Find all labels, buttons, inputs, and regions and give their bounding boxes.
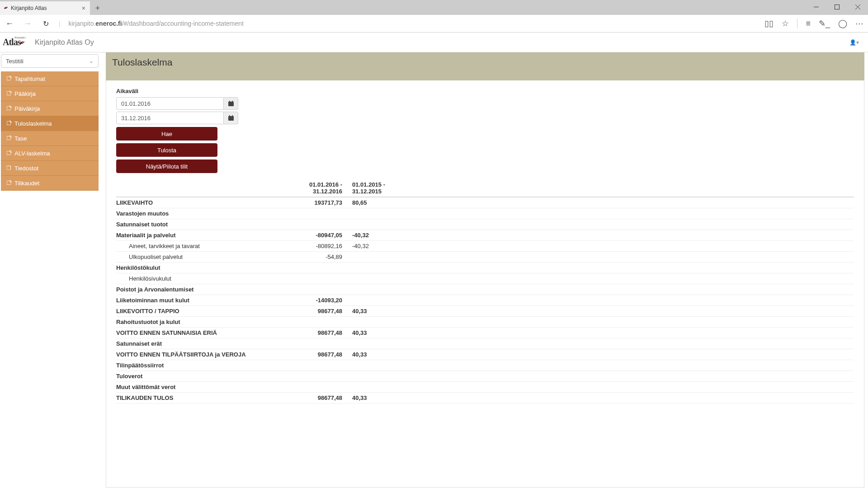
table-row: Tuloverot [116,371,854,382]
sidebar-item-tiedostot[interactable]: ❐Tiedostot [1,161,99,176]
row-value-1: -54,89 [287,253,352,260]
row-label: Muut välittömät verot [116,384,287,390]
income-statement-table: 01.01.2016 - 31.12.2016 01.01.2015 - 31.… [116,179,854,404]
row-label: Varastojen muutos [116,210,287,217]
sidebar-item-tapahtumat[interactable]: ☐✎Tapahtumat [1,71,99,86]
table-row: Materiaalit ja palvelut-80947,05-40,32 [116,230,854,241]
svg-rect-7 [232,101,233,102]
browser-tab[interactable]: ✒ Kirjanpito Atlas × [0,1,90,15]
calendar-from-button[interactable] [224,97,238,110]
edit-icon: ☐✎ [6,120,12,127]
sidebar-item-tase[interactable]: ☐✎Tase [1,131,99,146]
address-bar[interactable]: kirjanpito.eneroc.fi/#/dashboard/account… [68,20,756,27]
table-row: Varastojen muutos [116,208,854,219]
row-value-1: -80947,05 [287,232,352,239]
row-value-2: 40,33 [352,329,415,336]
table-row: Ulkopuoliset palvelut-54,89 [116,252,854,263]
row-label: Satunnaiset tuotot [116,221,287,228]
more-icon[interactable]: ⋯ [855,19,863,28]
table-row: Henkilösivukulut [116,273,854,284]
row-label: Ulkopuoliset palvelut [116,253,287,260]
row-label: Henkilösivukulut [116,275,287,282]
sidebar-item-label: Tapahtumat [14,75,45,82]
row-label: Tuloverot [116,373,287,380]
svg-rect-1 [835,5,839,9]
new-tab-button[interactable]: + [90,1,105,15]
row-value-1: 193717,73 [287,199,352,206]
row-label: TILIKAUDEN TULOS [116,394,287,401]
tab-title: Kirjanpito Atlas [11,5,47,11]
copy-icon: ❐ [6,165,12,171]
refresh-button[interactable]: ↻ [41,19,51,28]
sidebar-item-pääkirja[interactable]: ☐✎Pääkirja [1,86,99,101]
favorites-icon[interactable]: ☆ [782,19,789,28]
date-to-input[interactable] [116,112,224,124]
svg-rect-11 [232,115,233,117]
sidebar-item-päiväkirja[interactable]: ☐✎Päiväkirja [1,101,99,116]
row-value-1: 98677,48 [287,329,352,336]
logo[interactable]: Kirjanpito Atlas✒ [3,37,31,47]
table-row: Satunnaiset tuotot [116,219,854,230]
maximize-button[interactable] [826,0,847,14]
account-select[interactable]: Testitili ⌄ [1,54,99,68]
sidebar-item-alv-laskelma[interactable]: ☐✎ALV-laskelma [1,146,99,161]
company-name: Kirjanpito Atlas Oy [35,38,94,47]
search-button[interactable]: Hae [116,127,217,141]
edit-icon: ☐✎ [6,135,12,141]
minimize-button[interactable] [806,0,826,14]
sidebar-item-tuloslaskelma[interactable]: ☐✎Tuloslaskelma [1,116,99,131]
table-row: Poistot ja Arvonalentumiset [116,284,854,295]
table-header: 01.01.2016 - 31.12.2016 01.01.2015 - 31.… [116,179,854,197]
reading-view-icon[interactable]: ▯▯ [764,19,774,28]
row-label: Tilinpäätössiirrot [116,362,287,369]
sidebar-item-label: ALV-laskelma [14,150,50,157]
edit-icon: ☐✎ [6,105,12,112]
col-period-1: 01.01.2016 - 31.12.2016 [287,181,352,195]
back-button[interactable]: ← [5,19,14,28]
tab-bar: ✒ Kirjanpito Atlas × + [0,0,868,15]
print-button[interactable]: Tulosta [116,143,217,157]
svg-rect-9 [228,116,234,117]
edit-icon: ☐✎ [6,150,12,156]
close-window-button[interactable] [847,0,868,14]
row-label: VOITTO ENNEN SATUNNAISIA ERIÄ [116,329,287,336]
content-area: Tuloslaskelma Aikaväli Hae Tulosta Näytä… [99,52,868,488]
table-row: Henkilöstökulut [116,263,854,273]
svg-rect-10 [229,115,230,117]
sidebar: Testitili ⌄ ☐✎Tapahtumat☐✎Pääkirja☐✎Päiv… [0,52,99,488]
row-label: Materiaalit ja palvelut [116,232,287,239]
page-title-bar: Tuloslaskelma [106,52,864,80]
row-label: LIIKEVAIHTO [116,199,287,206]
toggle-accounts-button[interactable]: Näytä/Piilota tilit [116,160,217,173]
calendar-icon [228,101,234,106]
edit-icon: ☐✎ [6,180,12,186]
table-row: LIIKEVAIHTO193717,7380,65 [116,197,854,208]
range-label: Aikaväli [116,88,854,94]
row-label: Henkilöstökulut [116,264,287,271]
table-row: Satunnaiset erät [116,338,854,349]
calendar-to-button[interactable] [224,112,238,124]
row-value-2: -40,32 [352,232,415,239]
date-from-input[interactable] [116,97,224,110]
row-value-2: 40,33 [352,308,415,314]
notes-icon[interactable]: ✎_ [819,19,830,28]
svg-rect-6 [229,101,230,102]
row-value-1: 98677,48 [287,394,352,401]
table-row: Tilinpäätössiirrot [116,360,854,371]
row-value-1: -14093,20 [287,297,352,304]
user-menu[interactable]: 👤▾ [849,39,859,46]
sidebar-item-label: Tilikaudet [14,180,39,187]
hub-icon[interactable]: ≡ [806,19,811,28]
close-tab-icon[interactable]: × [82,5,85,12]
table-row: TILIKAUDEN TULOS98677,4840,33 [116,393,854,404]
sidebar-item-label: Pääkirja [14,90,36,97]
share-icon[interactable]: ◯ [838,19,847,28]
account-select-value: Testitili [6,58,24,65]
forward-button[interactable]: → [23,19,33,28]
row-value-1: 98677,48 [287,308,352,314]
row-value-2: -40,32 [352,243,415,249]
table-row: Aineet, tarvikkeet ja tavarat-80892,16-4… [116,241,854,252]
calendar-icon [228,115,234,121]
sidebar-item-tilikaudet[interactable]: ☐✎Tilikaudet [1,176,99,191]
table-row: Muut välittömät verot [116,382,854,393]
